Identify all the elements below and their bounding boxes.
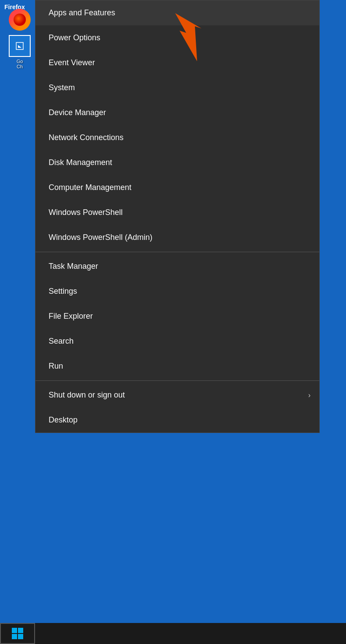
menu-item-shut-down-or-sign-out[interactable]: Shut down or sign out › bbox=[35, 383, 319, 408]
desktop: ipcim Firefox bbox=[0, 0, 346, 644]
menu-item-device-manager[interactable]: Device Manager bbox=[35, 100, 319, 125]
desktop-icons-area: GoCh bbox=[4, 9, 35, 69]
svg-point-0 bbox=[14, 14, 26, 26]
taskbar bbox=[0, 623, 346, 644]
menu-item-system[interactable]: System bbox=[35, 75, 319, 100]
menu-item-disk-management[interactable]: Disk Management bbox=[35, 150, 319, 175]
menu-item-windows-powershell[interactable]: Windows PowerShell bbox=[35, 200, 319, 225]
svg-rect-8 bbox=[18, 634, 23, 639]
submenu-arrow-icon: › bbox=[308, 391, 311, 399]
shortcut-icon-label: GoCh bbox=[17, 59, 23, 69]
context-menu: Apps and Features Power Options Event Vi… bbox=[35, 0, 320, 433]
start-button[interactable] bbox=[0, 623, 35, 644]
shortcut-icon-graphic bbox=[9, 35, 31, 57]
menu-item-windows-powershell-admin[interactable]: Windows PowerShell (Admin) bbox=[35, 225, 319, 250]
menu-item-file-explorer[interactable]: File Explorer bbox=[35, 304, 319, 329]
menu-divider-1 bbox=[35, 252, 319, 252]
menu-divider-2 bbox=[35, 380, 319, 381]
menu-item-network-connections[interactable]: Network Connections bbox=[35, 125, 319, 150]
menu-item-desktop[interactable]: Desktop bbox=[35, 408, 319, 433]
windows-logo-icon bbox=[11, 627, 24, 640]
menu-item-power-options[interactable]: Power Options bbox=[35, 25, 319, 50]
svg-rect-7 bbox=[12, 634, 17, 639]
svg-rect-6 bbox=[18, 628, 23, 633]
svg-rect-5 bbox=[12, 628, 17, 633]
menu-item-run[interactable]: Run bbox=[35, 354, 319, 379]
shortcut-icon[interactable]: GoCh bbox=[4, 35, 35, 69]
menu-item-computer-management[interactable]: Computer Management bbox=[35, 175, 319, 200]
firefox-icon-graphic bbox=[9, 9, 31, 31]
menu-item-settings[interactable]: Settings bbox=[35, 279, 319, 304]
menu-item-event-viewer[interactable]: Event Viewer bbox=[35, 50, 319, 75]
menu-item-search[interactable]: Search bbox=[35, 329, 319, 354]
menu-item-apps-and-features[interactable]: Apps and Features bbox=[35, 0, 319, 25]
menu-item-task-manager[interactable]: Task Manager bbox=[35, 254, 319, 279]
firefox-icon[interactable] bbox=[4, 9, 35, 31]
